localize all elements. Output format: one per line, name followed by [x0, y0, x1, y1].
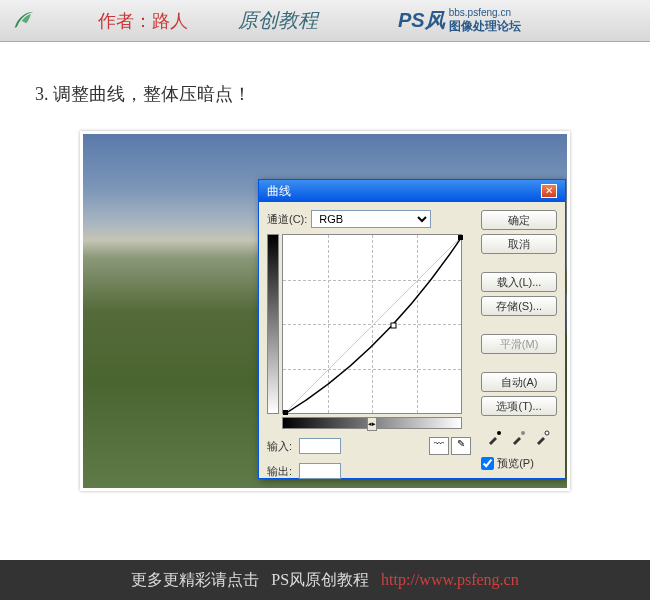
- curve-editor[interactable]: [282, 234, 462, 414]
- channel-label: 通道(C):: [267, 212, 307, 227]
- svg-point-4: [497, 431, 501, 435]
- eyedropper-row: [481, 428, 557, 446]
- page-header: 作者：路人 原创教程 PS风 bbs.psfeng.cn 图像处理论坛: [0, 0, 650, 42]
- svg-line-0: [283, 235, 463, 415]
- curve-type-toggle: 〰 ✎: [429, 437, 471, 455]
- dialog-title-text: 曲线: [267, 183, 291, 200]
- curves-panel: 通道(C): RGB: [267, 210, 471, 479]
- channel-select[interactable]: RGB: [311, 210, 431, 228]
- curve-smooth-icon[interactable]: 〰: [429, 437, 449, 455]
- vertical-gradient: [267, 234, 279, 414]
- ok-button[interactable]: 确定: [481, 210, 557, 230]
- input-value-field[interactable]: [299, 438, 341, 454]
- step-title: 3. 调整曲线，整体压暗点！: [35, 82, 615, 106]
- brand-text: PS风: [398, 7, 445, 34]
- channel-row: 通道(C): RGB: [267, 210, 471, 228]
- author-label: 作者：路人: [98, 9, 188, 33]
- svg-rect-2: [283, 410, 288, 415]
- smooth-button: 平滑(M): [481, 334, 557, 354]
- preview-checkbox[interactable]: [481, 457, 494, 470]
- footer-text-2: PS风原创教程: [271, 570, 369, 591]
- preview-row: 预览(P): [481, 456, 557, 471]
- tutorial-label: 原创教程: [238, 7, 318, 34]
- dialog-titlebar[interactable]: 曲线 ✕: [259, 180, 565, 202]
- options-button[interactable]: 选项(T)...: [481, 396, 557, 416]
- load-button[interactable]: 载入(L)...: [481, 272, 557, 292]
- footer-link[interactable]: http://www.psfeng.cn: [381, 571, 519, 589]
- save-button[interactable]: 存储(S)...: [481, 296, 557, 316]
- brand-logo: PS风 bbs.psfeng.cn 图像处理论坛: [398, 7, 521, 35]
- output-value-field[interactable]: [299, 463, 341, 479]
- gradient-handle[interactable]: ◂▸: [367, 417, 377, 431]
- screenshot-frame: 曲线 ✕ 通道(C): RGB: [80, 131, 570, 491]
- brand-subtitle: 图像处理论坛: [449, 18, 521, 35]
- close-icon[interactable]: ✕: [541, 184, 557, 198]
- curves-dialog: 曲线 ✕ 通道(C): RGB: [258, 179, 566, 479]
- svg-point-6: [545, 431, 549, 435]
- curve-pencil-icon[interactable]: ✎: [451, 437, 471, 455]
- auto-button[interactable]: 自动(A): [481, 372, 557, 392]
- io-row-2: 输出:: [267, 463, 471, 479]
- io-row: 输入: 〰 ✎: [267, 437, 471, 455]
- svg-rect-1: [391, 323, 396, 328]
- hgrad-row: ◂▸: [267, 417, 471, 429]
- dialog-body: 通道(C): RGB: [259, 202, 565, 487]
- curve-line: [283, 235, 463, 415]
- input-label: 输入:: [267, 439, 299, 454]
- svg-rect-3: [458, 235, 463, 240]
- eyedropper-gray-icon[interactable]: [510, 428, 528, 446]
- eyedropper-black-icon[interactable]: [486, 428, 504, 446]
- page-footer: 更多更精彩请点击 PS风原创教程 http://www.psfeng.cn: [0, 560, 650, 600]
- footer-text-1: 更多更精彩请点击: [131, 570, 259, 591]
- curve-area: [267, 234, 471, 414]
- brand-url: bbs.psfeng.cn: [449, 7, 521, 18]
- feather-icon: [10, 7, 38, 35]
- landscape-image: 曲线 ✕ 通道(C): RGB: [83, 134, 567, 488]
- eyedropper-white-icon[interactable]: [534, 428, 552, 446]
- preview-label: 预览(P): [497, 456, 534, 471]
- horizontal-gradient[interactable]: ◂▸: [282, 417, 462, 429]
- cancel-button[interactable]: 取消: [481, 234, 557, 254]
- content-area: 3. 调整曲线，整体压暗点！ 曲线 ✕ 通道(C): RGB: [0, 42, 650, 501]
- svg-point-5: [521, 431, 525, 435]
- output-label: 输出:: [267, 464, 299, 479]
- dialog-buttons: 确定 取消 载入(L)... 存储(S)... 平滑(M) 自动(A) 选项(T…: [481, 210, 557, 479]
